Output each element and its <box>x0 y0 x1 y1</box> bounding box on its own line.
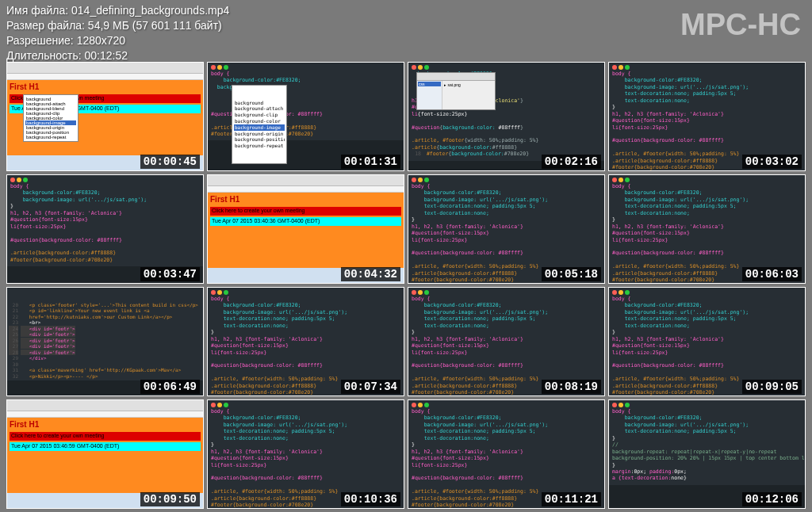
thumbnail[interactable]: body { background-color:#FE8320; backgro… <box>608 287 806 396</box>
timestamp: 00:11:21 <box>542 492 601 506</box>
file-info: Имя файла: 014_defining_backgrounds.mp4 … <box>6 3 229 63</box>
timestamp: 00:03:02 <box>742 155 802 169</box>
autocomplete-popup: backgroundbackground-attachbackground-cl… <box>232 85 287 140</box>
thumbnail[interactable]: body { background-color:#FE8320; backgro… <box>408 174 605 284</box>
timestamp: 00:09:50 <box>140 492 200 506</box>
app-logo: MPC-HC <box>680 8 801 42</box>
thumbnail[interactable]: background-color:#FE8320; background-ima… <box>408 62 605 171</box>
duration: Длительность: 00:12:52 <box>6 48 229 63</box>
thumbnail[interactable]: body { background-color:#FE8320; backgro… <box>408 287 605 396</box>
thumbnail-grid: First H1 Click here to create your own m… <box>6 62 806 509</box>
autocomplete-popup: background background-attach background-… <box>23 94 79 142</box>
timestamp: 00:08:19 <box>542 380 601 394</box>
timestamp: 00:12:06 <box>742 492 802 506</box>
thumbnail[interactable]: body { background-color:#FE8320; backgro… <box>608 399 806 509</box>
timestamp: 00:07:34 <box>341 380 400 394</box>
timestamp: 00:09:05 <box>742 380 802 394</box>
timestamp: 00:01:31 <box>341 155 400 169</box>
file-dialog: css ▸ sat.png <box>416 72 496 110</box>
thumbnail[interactable]: First H1 Click here to create your own m… <box>6 62 204 171</box>
resolution: Разрешение: 1280x720 <box>6 33 229 48</box>
thumbnail[interactable]: body { background-color:#FE8320; backgro… <box>207 399 404 509</box>
thumbnail[interactable]: First H1 Click here to create your own m… <box>6 399 204 509</box>
filesize: Размер файла: 54,9 МБ (57 601 111 байт) <box>6 18 229 33</box>
timestamp: 00:10:36 <box>341 492 400 506</box>
timestamp: 00:02:16 <box>542 155 601 169</box>
thumbnail[interactable]: body { background-color:#FE8320; backgro… <box>608 174 806 284</box>
thumbnail[interactable]: body { background-color:#FE8320; backgro… <box>6 174 204 284</box>
thumbnail[interactable]: body { background-color:#FE8320; backgro… <box>408 399 605 509</box>
timestamp: 00:06:03 <box>742 267 802 281</box>
timestamp: 00:05:18 <box>542 267 601 281</box>
timestamp: 00:03:47 <box>140 267 200 281</box>
thumbnail[interactable]: body { background-color:#FE8320; backgro… <box>207 287 404 396</box>
timestamp: 00:04:32 <box>341 267 400 281</box>
timestamp: 00:00:45 <box>140 155 200 169</box>
timestamp: 00:06:49 <box>140 380 200 394</box>
thumbnail[interactable]: 20 <p class='footer' style='...'>This co… <box>6 287 204 396</box>
thumbnail[interactable]: body { background-color:#FE8320; backgro… <box>608 62 806 171</box>
thumbnail[interactable]: body { background-color:#FE8320; backgro… <box>207 62 404 171</box>
filename: Имя файла: 014_defining_backgrounds.mp4 <box>6 3 229 18</box>
thumbnail[interactable]: First H1 Click here to create your own m… <box>207 174 404 284</box>
